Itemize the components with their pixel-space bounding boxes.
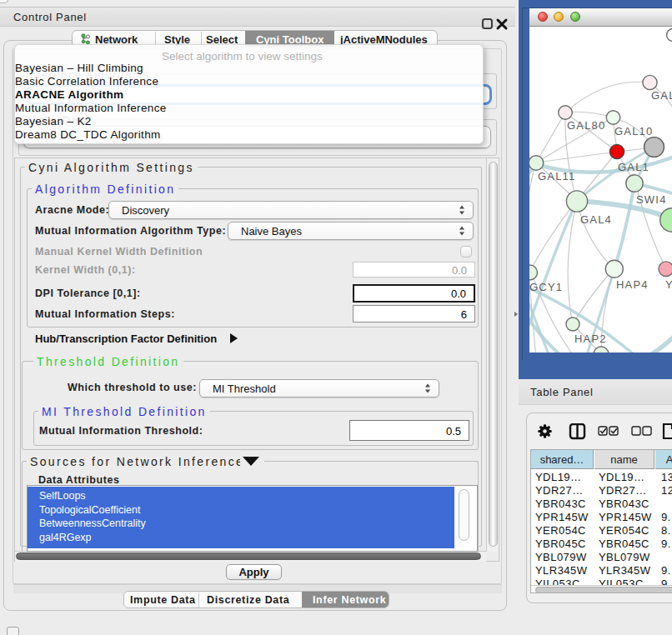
- svg-text:SWI4: SWI4: [636, 193, 667, 206]
- svg-text:HAP4: HAP4: [616, 278, 649, 291]
- svg-text:GAL11: GAL11: [538, 170, 576, 182]
- svg-text:GAL1: GAL1: [618, 161, 649, 173]
- svg-text:GAL10: GAL10: [614, 125, 653, 138]
- svg-text:Y: Y: [665, 278, 672, 291]
- svg-text:GAL4: GAL4: [580, 213, 612, 226]
- svg-text:HAP2: HAP2: [574, 332, 607, 345]
- svg-text:GAL80: GAL80: [567, 119, 605, 132]
- svg-text:GCY1: GCY1: [529, 281, 563, 293]
- svg-text:GAL2: GAL2: [651, 89, 672, 102]
